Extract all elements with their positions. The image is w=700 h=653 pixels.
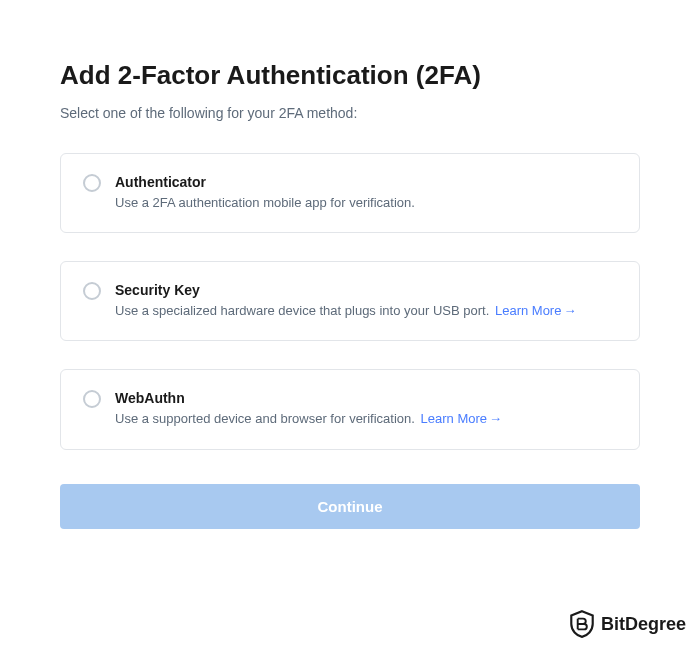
page-subtitle: Select one of the following for your 2FA… [60,105,640,121]
option-content: Security Key Use a specialized hardware … [115,282,617,320]
option-content: WebAuthn Use a supported device and brow… [115,390,617,428]
option-description-text: Use a specialized hardware device that p… [115,303,489,318]
watermark: BitDegree [569,609,686,639]
option-description: Use a specialized hardware device that p… [115,302,617,320]
watermark-text: BitDegree [601,614,686,635]
option-title: Security Key [115,282,617,298]
option-security-key[interactable]: Security Key Use a specialized hardware … [60,261,640,341]
arrow-right-icon: → [563,303,576,318]
shield-icon [569,609,595,639]
option-webauthn[interactable]: WebAuthn Use a supported device and brow… [60,369,640,449]
radio-icon[interactable] [83,174,101,192]
learn-more-link[interactable]: Learn More [495,303,561,318]
page-title: Add 2-Factor Authentication (2FA) [60,60,640,91]
option-content: Authenticator Use a 2FA authentication m… [115,174,617,212]
arrow-right-icon: → [489,411,502,426]
radio-icon[interactable] [83,390,101,408]
option-description: Use a 2FA authentication mobile app for … [115,194,617,212]
option-title: WebAuthn [115,390,617,406]
continue-button[interactable]: Continue [60,484,640,529]
option-description: Use a supported device and browser for v… [115,410,617,428]
option-authenticator[interactable]: Authenticator Use a 2FA authentication m… [60,153,640,233]
option-description-text: Use a supported device and browser for v… [115,411,415,426]
learn-more-link[interactable]: Learn More [421,411,487,426]
radio-icon[interactable] [83,282,101,300]
option-title: Authenticator [115,174,617,190]
